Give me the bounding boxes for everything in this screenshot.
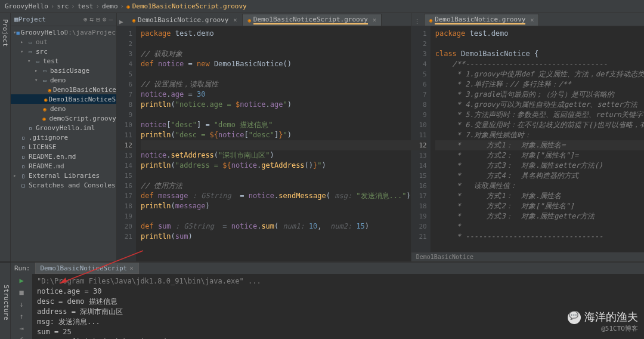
editor-tab[interactable]: Demo1BasicNotice.groovy× [127,14,243,26]
down-icon[interactable]: ↓ [19,300,23,309]
tree-item[interactable]: ▾▭test [11,56,116,66]
sidebar-rail-left[interactable]: Project [0,13,11,261]
tree-item[interactable]: demo [11,104,116,113]
stop-icon[interactable]: ■ [19,288,23,297]
sidebar-rail-bottom[interactable]: Structure [0,263,11,339]
rerun-icon[interactable]: ▶ [19,276,23,285]
run-toolbar: ▶ ■ ↓ ↑ ⇥ ⎙ [11,274,32,339]
tree-item[interactable]: Demo1BasicNoticeScript.groo [11,94,116,104]
gutter-right[interactable]: 123456789101112131415161718192021 [411,26,431,252]
run-icon[interactable]: ▶ [119,18,123,26]
wechat-icon [568,311,581,324]
editor-breadcrumb[interactable]: Demo1BasicNotice [411,252,644,261]
gutter-left[interactable]: 123456789101112131415161718192021 [117,26,136,261]
close-icon[interactable]: × [373,17,376,23]
run-label: Run: [14,264,30,272]
hide-icon[interactable]: — [109,16,113,23]
watermark: 海洋的渔夫 @51CTO博客 [568,310,638,333]
run-panel: Run: Demo1BasicNoticeScript × ▶ ■ ↓ ↑ ⇥ … [11,261,644,339]
editor-left-tabs: ▶ Demo1BasicNotice.groovy×Demo1BasicNoti… [117,13,411,26]
folder-icon: ▦ [14,16,18,23]
tree-item[interactable]: ▾▭src [11,47,116,56]
editor-tab[interactable]: Demo1BasicNotice.groovy× [424,14,540,26]
collapse-icon[interactable]: ⊟ [96,16,100,23]
tree-item[interactable]: ▫README.en.md [11,152,116,161]
tree-item[interactable]: ▫.gitignore [11,132,116,142]
tree-item[interactable]: ▫GroovyHello.iml [11,123,116,132]
tree-item[interactable]: Demo1BasicNotice [11,85,116,94]
tree-item[interactable]: ▾▭demo [11,75,116,85]
project-header: ▦ Project ⊕ ⇆ ⊟ ⚙ — [11,13,116,26]
expand-icon[interactable]: ⇆ [90,16,94,23]
close-icon[interactable]: × [129,264,134,272]
tree-item[interactable]: ▾GroovyHello D:\javaProject\groovy-pract… [11,27,116,37]
gear-icon[interactable]: ⚙ [103,16,107,23]
editor-right: ⋮ Demo1BasicNotice.groovy× 1234567891011… [411,13,644,261]
tree-item[interactable]: ▸▭out [11,37,116,47]
console-output[interactable]: "D:\Program Files\Java\jdk1.8.0_91\bin\j… [32,274,644,339]
breadcrumb: GroovyHello› src› test› demo› Demo1Basic… [0,0,644,13]
bc-current-file[interactable]: Demo1BasicNoticeScript.groovy [126,2,246,10]
print-icon[interactable]: ⎙ [20,336,24,339]
tree-item[interactable]: ▫README.md [11,161,116,171]
close-icon[interactable]: × [233,17,237,23]
project-tree[interactable]: ▾GroovyHello D:\javaProject\groovy-pract… [11,26,116,261]
tree-item[interactable]: ▸▯External Libraries [11,171,116,180]
tree-item[interactable]: ▸▭basicUsage [11,66,116,75]
up-icon[interactable]: ↑ [19,312,23,320]
editor-tab[interactable]: Demo1BasicNoticeScript.groovy× [242,14,382,26]
target-icon[interactable]: ⊕ [83,16,88,23]
tree-item[interactable]: demoScript.groovy [11,113,116,123]
code-right[interactable]: package test.democlass Demo1BasicNotice … [431,26,644,252]
tree-item[interactable]: ▫LICENSE [11,142,116,152]
bc-root[interactable]: GroovyHello [5,2,48,10]
more-icon[interactable]: ⋮ [414,18,420,26]
editor-right-tabs: ⋮ Demo1BasicNotice.groovy× [411,13,644,26]
run-tab[interactable]: Demo1BasicNoticeScript × [35,263,139,274]
project-panel: ▦ Project ⊕ ⇆ ⊟ ⚙ — ▾GroovyHello D:\java… [11,13,117,261]
close-icon[interactable]: × [530,17,534,23]
wrap-icon[interactable]: ⇥ [19,324,23,332]
editor-left: ▶ Demo1BasicNotice.groovy×Demo1BasicNoti… [117,13,411,261]
code-left[interactable]: package test.demo// 获取对象def notice = new… [136,26,411,261]
tree-item[interactable]: ▢Scratches and Consoles [11,180,116,190]
